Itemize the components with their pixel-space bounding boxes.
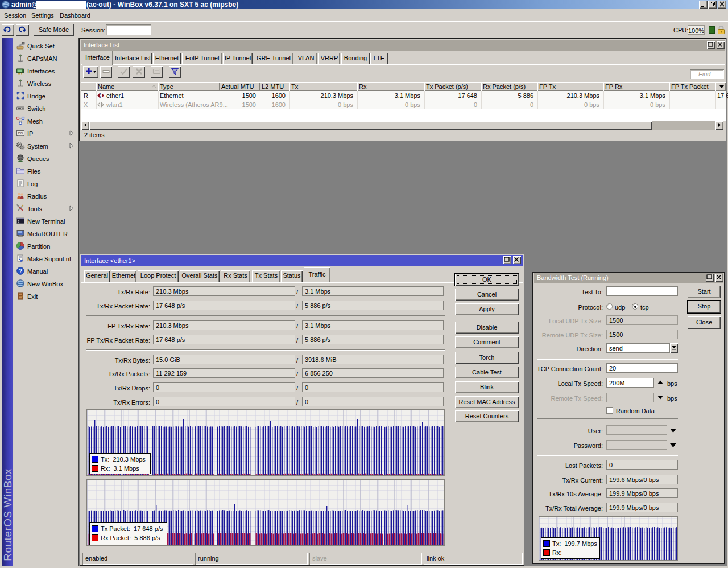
svg-text:?: ?: [19, 268, 22, 274]
svg-text:255: 255: [18, 131, 23, 135]
